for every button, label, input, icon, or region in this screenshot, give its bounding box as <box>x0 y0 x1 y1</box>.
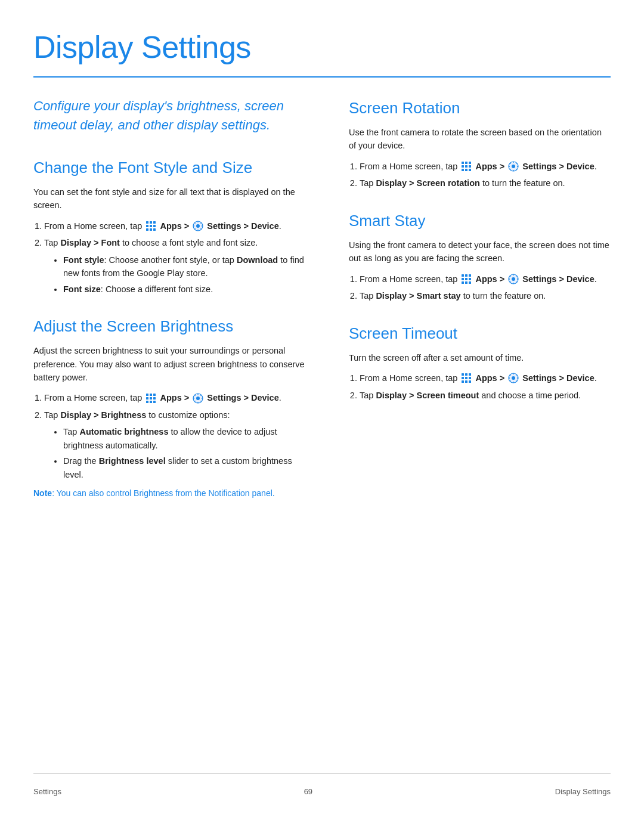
svg-point-32 <box>512 165 515 168</box>
svg-rect-6 <box>146 228 148 231</box>
section-title-screen-rotation: Screen Rotation <box>349 97 611 120</box>
step-item: From a Home screen, tap <box>360 272 611 286</box>
svg-rect-28 <box>462 169 464 171</box>
section-screen-timeout: Screen Timeout Turn the screen off after… <box>349 322 611 402</box>
page-title: Display Settings <box>33 24 611 70</box>
svg-rect-0 <box>146 221 148 224</box>
apps-icon <box>461 274 472 284</box>
section-title-screen-timeout: Screen Timeout <box>349 322 611 345</box>
bullet-item: Tap Automatic brightness to allow the de… <box>63 425 308 452</box>
footer-right: Display Settings <box>555 786 611 798</box>
svg-rect-18 <box>150 401 152 403</box>
svg-rect-45 <box>465 373 467 376</box>
title-divider <box>33 76 611 78</box>
svg-rect-38 <box>469 278 471 280</box>
section-smart-stay: Smart Stay Using the front camera to det… <box>349 209 611 303</box>
svg-rect-30 <box>469 169 471 171</box>
settings-icon <box>508 373 519 383</box>
settings-icon <box>508 161 519 172</box>
apps-icon <box>145 393 156 404</box>
svg-rect-1 <box>150 221 152 224</box>
bullet-list: Tap Automatic brightness to allow the de… <box>63 425 308 481</box>
steps-adjust-brightness: From a Home screen, tap <box>44 391 308 481</box>
section-title-smart-stay: Smart Stay <box>349 209 611 233</box>
step-item: From a Home screen, tap <box>360 371 611 385</box>
section-screen-rotation: Screen Rotation Use the front camera to … <box>349 97 611 190</box>
svg-rect-39 <box>462 281 464 284</box>
svg-rect-8 <box>153 228 156 231</box>
section-adjust-brightness: Adjust the Screen Brightness Adjust the … <box>33 315 308 500</box>
section-body-change-font: You can set the font style and size for … <box>33 185 308 212</box>
settings-icon <box>508 274 519 284</box>
step-item: From a Home screen, tap <box>44 391 308 404</box>
svg-rect-19 <box>153 401 156 403</box>
bullet-item: Font style: Choose another font style, o… <box>63 253 308 280</box>
section-body-smart-stay: Using the front camera to detect your fa… <box>349 239 611 265</box>
intro-text: Configure your display's brightness, scr… <box>33 97 284 135</box>
svg-rect-22 <box>462 162 464 164</box>
svg-point-21 <box>196 397 200 400</box>
svg-point-54 <box>512 376 515 380</box>
svg-rect-36 <box>462 278 464 280</box>
steps-smart-stay: From a Home screen, tap <box>360 272 611 303</box>
apps-icon <box>461 373 472 383</box>
note-text: Note: You can also control Brightness fr… <box>33 487 308 500</box>
right-column: Screen Rotation Use the front camera to … <box>343 97 611 773</box>
svg-rect-29 <box>465 169 467 171</box>
settings-icon <box>193 393 203 404</box>
svg-rect-17 <box>146 401 148 403</box>
step-item: Tap Display > Font to choose a font styl… <box>44 236 308 296</box>
section-body-screen-timeout: Turn the screen off after a set amount o… <box>349 351 611 364</box>
svg-rect-40 <box>465 281 467 284</box>
svg-rect-3 <box>146 225 148 227</box>
svg-rect-50 <box>462 380 464 383</box>
settings-icon <box>193 221 203 231</box>
svg-rect-5 <box>153 225 156 227</box>
svg-rect-44 <box>462 373 464 376</box>
bullet-item: Font size: Choose a different font size. <box>63 283 308 296</box>
page-container: Display Settings Configure your display'… <box>0 0 644 833</box>
section-title-change-font: Change the Font Style and Size <box>33 156 308 179</box>
bullet-item: Drag the Brightness level slider to set … <box>63 454 308 481</box>
svg-rect-4 <box>150 225 152 227</box>
svg-rect-13 <box>153 394 156 396</box>
svg-rect-15 <box>150 397 152 400</box>
apps-icon <box>145 221 156 231</box>
svg-rect-51 <box>465 380 467 383</box>
svg-rect-52 <box>469 380 471 383</box>
step-item: Tap Display > Brightness to customize op… <box>44 408 308 481</box>
svg-rect-37 <box>465 278 467 280</box>
svg-rect-49 <box>469 377 471 379</box>
svg-rect-16 <box>153 397 156 400</box>
step-item: Tap Display > Screen timeout and choose … <box>360 389 611 402</box>
steps-screen-rotation: From a Home screen, tap <box>360 160 611 190</box>
footer-left: Settings <box>33 786 61 798</box>
svg-point-10 <box>196 224 200 228</box>
step-item: From a Home screen, tap <box>360 160 611 173</box>
svg-rect-41 <box>469 281 471 284</box>
page-footer: Settings 69 Display Settings <box>33 773 611 798</box>
svg-rect-11 <box>146 394 148 396</box>
step-item: Tap Display > Screen rotation to turn th… <box>360 176 611 190</box>
step-item: Tap Display > Smart stay to turn the fea… <box>360 289 611 302</box>
svg-rect-2 <box>153 221 156 224</box>
svg-rect-34 <box>465 274 467 277</box>
section-title-adjust-brightness: Adjust the Screen Brightness <box>33 315 308 338</box>
svg-rect-46 <box>469 373 471 376</box>
content-area: Configure your display's brightness, scr… <box>33 97 611 773</box>
footer-center: 69 <box>304 786 312 798</box>
steps-change-font: From a Home screen, tap <box>44 219 308 296</box>
left-column: Configure your display's brightness, scr… <box>33 97 314 773</box>
svg-rect-14 <box>146 397 148 400</box>
svg-rect-35 <box>469 274 471 277</box>
svg-rect-23 <box>465 162 467 164</box>
svg-rect-47 <box>462 377 464 379</box>
section-body-adjust-brightness: Adjust the screen brightness to suit you… <box>33 344 308 384</box>
svg-rect-25 <box>462 165 464 168</box>
svg-rect-24 <box>469 162 471 164</box>
section-change-font: Change the Font Style and Size You can s… <box>33 156 308 296</box>
section-body-screen-rotation: Use the front camera to rotate the scree… <box>349 126 611 153</box>
svg-point-43 <box>512 277 515 281</box>
apps-icon <box>461 161 472 172</box>
svg-rect-48 <box>465 377 467 379</box>
